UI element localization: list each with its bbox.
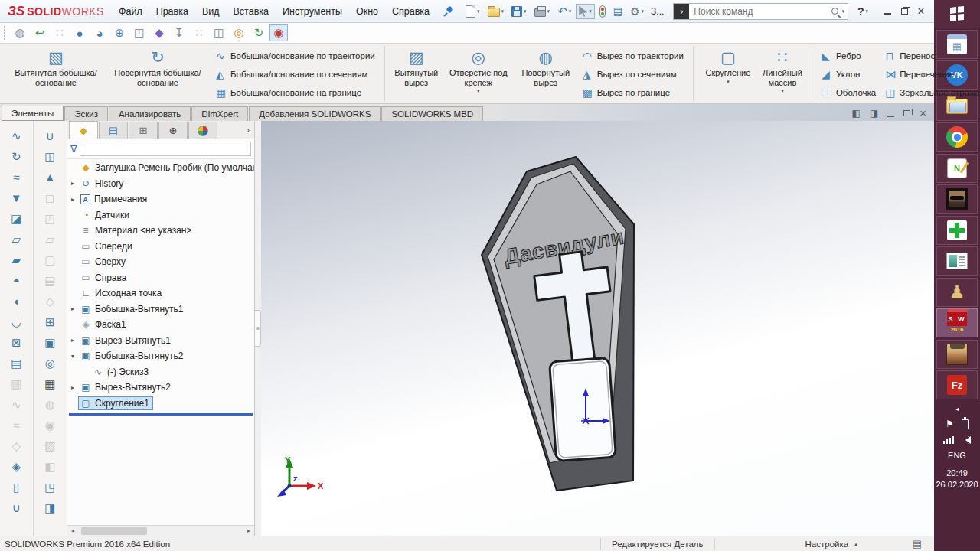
feature-tool-icon[interactable]: ◍: [38, 394, 61, 415]
propertymanager-tab[interactable]: ▤: [99, 122, 128, 139]
feature-tool-icon[interactable]: ∿: [5, 394, 28, 415]
feature-tool-icon[interactable]: ▣: [38, 332, 61, 353]
dropdown-caret-icon[interactable]: ▾: [477, 87, 480, 94]
toolbar-icon[interactable]: ↩: [31, 24, 49, 41]
graphics-viewport[interactable]: Дасвидули: [261, 121, 934, 536]
menu-help[interactable]: Справка: [385, 3, 436, 20]
scroll-right-icon[interactable]: ▸: [243, 527, 254, 534]
document-close-icon[interactable]: ×: [920, 109, 926, 118]
feature-tool-icon[interactable]: ◧: [38, 456, 61, 477]
toolbar-icon[interactable]: ◆: [150, 24, 168, 41]
lofted-boss-button[interactable]: ◭ Бобышка/основание по сечениям: [211, 65, 380, 83]
minimize-button[interactable]: [879, 5, 896, 18]
search-options-caret[interactable]: ▾: [841, 8, 844, 15]
feature-tool-icon[interactable]: ◓: [5, 270, 28, 291]
feature-tool-icon[interactable]: ◉: [38, 415, 61, 435]
revolved-cut-button[interactable]: ◍ Повернутый вырез: [514, 46, 578, 102]
toolbar-drag-handle[interactable]: [3, 25, 7, 41]
hole-wizard-button[interactable]: ◎ Отверстие под крепеж ▾: [443, 46, 514, 102]
taskbar-notepad-plus[interactable]: N: [936, 154, 978, 183]
feature-tool-icon[interactable]: ▢: [38, 249, 61, 270]
rib-button[interactable]: ◣ Ребро: [817, 47, 880, 65]
feature-tool-icon[interactable]: ◫: [38, 146, 61, 167]
tree-root[interactable]: ◆Заглушка Ремень Гробик (По умолчанию: [67, 160, 254, 176]
search-icon[interactable]: [831, 8, 838, 15]
sheet-status-icon[interactable]: ▤: [913, 538, 922, 549]
featuremanager-tab[interactable]: ◆: [69, 121, 98, 139]
menu-window[interactable]: Окно: [349, 3, 385, 20]
file-properties-button[interactable]: ▤: [610, 3, 626, 19]
dimxpertmanager-tab[interactable]: ⊕: [158, 122, 188, 139]
close-button[interactable]: ×: [913, 5, 929, 18]
boundary-cut-button[interactable]: ▩ Вырез по границе: [578, 83, 688, 102]
toolbar-icon[interactable]: ◉: [270, 24, 288, 41]
displaymanager-tab[interactable]: [188, 122, 217, 139]
menu-file[interactable]: Файл: [112, 3, 149, 20]
toolbar-icon[interactable]: ◎: [230, 24, 248, 41]
configurationmanager-tab[interactable]: ⊞: [129, 122, 158, 139]
start-button[interactable]: [934, 0, 980, 28]
customization-status[interactable]: Настройка▴: [805, 540, 858, 549]
toolbar-icon[interactable]: ∷: [190, 24, 208, 41]
rebuild-button[interactable]: [596, 3, 609, 20]
help-button[interactable]: ?▾: [854, 5, 871, 18]
taskbar-solidworks-2016[interactable]: S W 2016: [936, 308, 978, 337]
tree-item-material[interactable]: ≡Материал <не указан>: [67, 223, 254, 239]
toolbar-icon[interactable]: ↧: [170, 24, 188, 41]
feature-tool-icon[interactable]: ▤: [5, 353, 28, 373]
tree-item-cut-extrude1[interactable]: ▸ ▣Вырез-Вытянуть1: [67, 333, 254, 349]
select-button[interactable]: ▾: [576, 4, 595, 19]
panel-tabs-chevron[interactable]: ›: [247, 125, 253, 139]
tab-sketch[interactable]: Эскиз: [64, 106, 108, 121]
taskbar-avatar-app-2[interactable]: [936, 340, 978, 369]
splitter-handle[interactable]: [255, 310, 261, 347]
new-document-button[interactable]: ▾: [462, 3, 483, 20]
taskbar-filezilla[interactable]: Fz: [936, 370, 978, 399]
feature-tool-icon[interactable]: ▨: [38, 435, 61, 456]
tab-addins[interactable]: Добавления SOLIDWORKS: [249, 106, 381, 121]
shell-button[interactable]: □ Оболочка: [817, 83, 880, 102]
tree-item-sketch3[interactable]: ∿(-) Эскиз3: [67, 364, 254, 380]
keyboard-language[interactable]: ENG: [948, 451, 966, 460]
document-restore-icon[interactable]: [903, 110, 910, 116]
fillet-button[interactable]: ▢ Скругление ▾: [698, 46, 758, 102]
pane-right-toggle-icon[interactable]: ◨: [870, 108, 878, 119]
expander-icon[interactable]: ▸: [67, 196, 78, 203]
feature-tool-icon[interactable]: ▼: [5, 187, 28, 208]
tree-item-front-plane[interactable]: ▭Спереди: [67, 239, 254, 255]
feature-tool-icon[interactable]: ∪: [5, 497, 28, 518]
tab-features[interactable]: Элементы: [2, 106, 64, 121]
document-minimize-icon[interactable]: [887, 116, 894, 117]
tree-item-boss-extrude1[interactable]: ▸ ▣Бобышка-Вытянуть1: [67, 302, 254, 318]
expander-icon[interactable]: ▸: [67, 305, 78, 312]
tree-horizontal-scrollbar[interactable]: ◂ ▸: [67, 525, 254, 536]
feature-tool-icon[interactable]: ▯: [5, 477, 28, 497]
pane-left-toggle-icon[interactable]: ◧: [852, 108, 861, 119]
revolved-boss-button[interactable]: ↻ Повернутая бобышка/основание: [104, 46, 211, 102]
tree-item-cut-extrude2[interactable]: ▸ ▣Вырез-Вытянуть2: [67, 380, 254, 396]
feature-tool-icon[interactable]: ≈: [5, 167, 28, 187]
hidden-icons-chevron[interactable]: ◂: [956, 406, 959, 412]
feature-tool-icon[interactable]: ◇: [5, 435, 28, 456]
pin-menu-icon[interactable]: [443, 6, 451, 17]
feature-tool-icon[interactable]: ▥: [5, 373, 28, 394]
intersect-button[interactable]: ⋈ Пересечение: [880, 65, 980, 83]
tree-item-sensors[interactable]: ◔Датчики: [67, 207, 254, 223]
feature-tool-icon[interactable]: ▰: [5, 249, 28, 270]
print-button[interactable]: ▾: [531, 4, 554, 19]
tree-item-fillet1[interactable]: ▢Скругление1: [67, 396, 254, 412]
tab-evaluate[interactable]: Анализировать: [109, 106, 191, 121]
selected-tree-item[interactable]: ▢Скругление1: [78, 396, 153, 410]
tree-item-boss-extrude2[interactable]: ▾ ▣Бобышка-Вытянуть2: [67, 348, 254, 364]
search-input[interactable]: [689, 6, 831, 17]
feature-tool-icon[interactable]: ▲: [38, 167, 61, 187]
swept-cut-button[interactable]: ◠ Вырез по траектории: [578, 47, 688, 65]
tree-item-origin[interactable]: ∟Исходная точка: [67, 285, 254, 302]
undo-button[interactable]: ↶▾: [554, 4, 574, 19]
feature-tool-icon[interactable]: ⊞: [38, 311, 61, 332]
draft-button[interactable]: ◢ Уклон: [817, 65, 880, 83]
feature-tool-icon[interactable]: ∿: [5, 126, 28, 146]
tree-item-history[interactable]: ▸ ↺History: [67, 176, 254, 192]
linear-pattern-button[interactable]: ∷ Линейный массив ▾: [758, 46, 807, 102]
feature-tool-icon[interactable]: ◳: [38, 477, 61, 497]
